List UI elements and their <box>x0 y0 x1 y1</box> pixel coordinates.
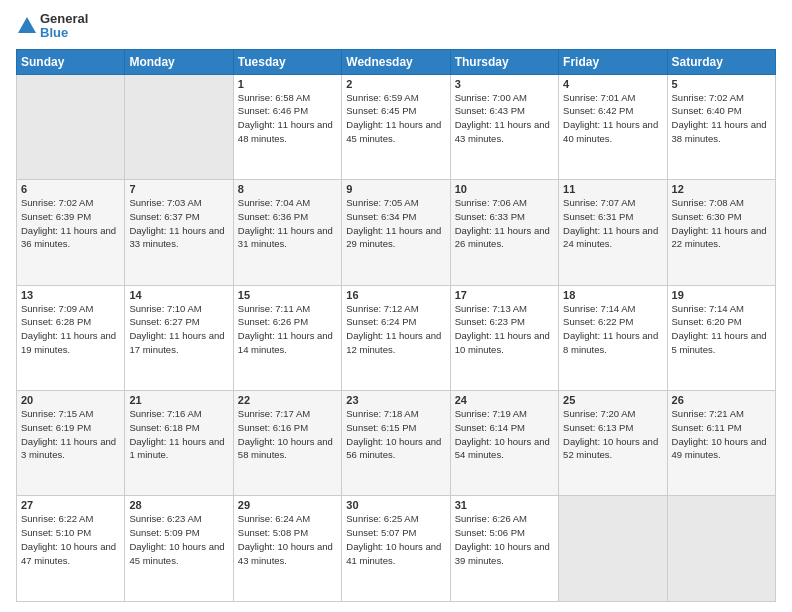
calendar-cell <box>667 496 775 602</box>
logo: General Blue <box>16 12 88 41</box>
calendar-cell <box>559 496 667 602</box>
calendar-header-friday: Friday <box>559 49 667 74</box>
calendar-week-row: 6 Sunrise: 7:02 AM Sunset: 6:39 PM Dayli… <box>17 180 776 285</box>
logo-container: General Blue <box>16 12 88 41</box>
daylight-text: Daylight: 10 hours and 39 minutes. <box>455 541 550 566</box>
day-info: Sunrise: 7:16 AM Sunset: 6:18 PM Dayligh… <box>129 407 228 462</box>
day-number: 27 <box>21 499 120 511</box>
daylight-text: Daylight: 11 hours and 43 minutes. <box>455 119 550 144</box>
calendar-cell: 2 Sunrise: 6:59 AM Sunset: 6:45 PM Dayli… <box>342 74 450 179</box>
sunrise-text: Sunrise: 7:18 AM <box>346 408 418 419</box>
calendar-cell: 17 Sunrise: 7:13 AM Sunset: 6:23 PM Dayl… <box>450 285 558 390</box>
calendar-cell: 12 Sunrise: 7:08 AM Sunset: 6:30 PM Dayl… <box>667 180 775 285</box>
sunrise-text: Sunrise: 7:04 AM <box>238 197 310 208</box>
sunset-text: Sunset: 6:40 PM <box>672 105 742 116</box>
sunset-text: Sunset: 6:18 PM <box>129 422 199 433</box>
calendar-cell: 9 Sunrise: 7:05 AM Sunset: 6:34 PM Dayli… <box>342 180 450 285</box>
day-number: 12 <box>672 183 771 195</box>
calendar-cell: 6 Sunrise: 7:02 AM Sunset: 6:39 PM Dayli… <box>17 180 125 285</box>
calendar-cell: 8 Sunrise: 7:04 AM Sunset: 6:36 PM Dayli… <box>233 180 341 285</box>
calendar-cell: 16 Sunrise: 7:12 AM Sunset: 6:24 PM Dayl… <box>342 285 450 390</box>
day-number: 23 <box>346 394 445 406</box>
day-number: 9 <box>346 183 445 195</box>
sunrise-text: Sunrise: 7:09 AM <box>21 303 93 314</box>
day-info: Sunrise: 7:12 AM Sunset: 6:24 PM Dayligh… <box>346 302 445 357</box>
sunrise-text: Sunrise: 7:19 AM <box>455 408 527 419</box>
calendar-cell: 22 Sunrise: 7:17 AM Sunset: 6:16 PM Dayl… <box>233 391 341 496</box>
sunrise-text: Sunrise: 6:24 AM <box>238 513 310 524</box>
sunset-text: Sunset: 5:06 PM <box>455 527 525 538</box>
calendar-cell: 28 Sunrise: 6:23 AM Sunset: 5:09 PM Dayl… <box>125 496 233 602</box>
sunrise-text: Sunrise: 7:14 AM <box>672 303 744 314</box>
day-number: 15 <box>238 289 337 301</box>
daylight-text: Daylight: 11 hours and 19 minutes. <box>21 330 116 355</box>
sunset-text: Sunset: 6:33 PM <box>455 211 525 222</box>
sunset-text: Sunset: 6:16 PM <box>238 422 308 433</box>
sunset-text: Sunset: 6:22 PM <box>563 316 633 327</box>
calendar-week-row: 20 Sunrise: 7:15 AM Sunset: 6:19 PM Dayl… <box>17 391 776 496</box>
sunset-text: Sunset: 6:24 PM <box>346 316 416 327</box>
sunset-text: Sunset: 6:11 PM <box>672 422 742 433</box>
day-info: Sunrise: 7:03 AM Sunset: 6:37 PM Dayligh… <box>129 196 228 251</box>
day-number: 21 <box>129 394 228 406</box>
day-number: 25 <box>563 394 662 406</box>
sunset-text: Sunset: 6:20 PM <box>672 316 742 327</box>
calendar-cell: 25 Sunrise: 7:20 AM Sunset: 6:13 PM Dayl… <box>559 391 667 496</box>
sunrise-text: Sunrise: 7:11 AM <box>238 303 310 314</box>
calendar-cell: 1 Sunrise: 6:58 AM Sunset: 6:46 PM Dayli… <box>233 74 341 179</box>
sunset-text: Sunset: 6:39 PM <box>21 211 91 222</box>
sunset-text: Sunset: 5:09 PM <box>129 527 199 538</box>
daylight-text: Daylight: 10 hours and 47 minutes. <box>21 541 116 566</box>
day-info: Sunrise: 6:23 AM Sunset: 5:09 PM Dayligh… <box>129 512 228 567</box>
day-info: Sunrise: 7:19 AM Sunset: 6:14 PM Dayligh… <box>455 407 554 462</box>
sunrise-text: Sunrise: 6:58 AM <box>238 92 310 103</box>
calendar-cell: 19 Sunrise: 7:14 AM Sunset: 6:20 PM Dayl… <box>667 285 775 390</box>
daylight-text: Daylight: 10 hours and 58 minutes. <box>238 436 333 461</box>
calendar-cell: 18 Sunrise: 7:14 AM Sunset: 6:22 PM Dayl… <box>559 285 667 390</box>
sunset-text: Sunset: 6:23 PM <box>455 316 525 327</box>
sunset-text: Sunset: 6:27 PM <box>129 316 199 327</box>
day-info: Sunrise: 7:21 AM Sunset: 6:11 PM Dayligh… <box>672 407 771 462</box>
daylight-text: Daylight: 10 hours and 54 minutes. <box>455 436 550 461</box>
sunrise-text: Sunrise: 7:08 AM <box>672 197 744 208</box>
calendar-cell: 27 Sunrise: 6:22 AM Sunset: 5:10 PM Dayl… <box>17 496 125 602</box>
sunset-text: Sunset: 6:34 PM <box>346 211 416 222</box>
sunrise-text: Sunrise: 7:01 AM <box>563 92 635 103</box>
day-number: 14 <box>129 289 228 301</box>
day-info: Sunrise: 7:01 AM Sunset: 6:42 PM Dayligh… <box>563 91 662 146</box>
day-info: Sunrise: 7:04 AM Sunset: 6:36 PM Dayligh… <box>238 196 337 251</box>
sunset-text: Sunset: 6:15 PM <box>346 422 416 433</box>
sunrise-text: Sunrise: 7:20 AM <box>563 408 635 419</box>
page-header: General Blue <box>16 12 776 41</box>
day-info: Sunrise: 7:09 AM Sunset: 6:28 PM Dayligh… <box>21 302 120 357</box>
sunset-text: Sunset: 6:36 PM <box>238 211 308 222</box>
day-info: Sunrise: 7:05 AM Sunset: 6:34 PM Dayligh… <box>346 196 445 251</box>
day-info: Sunrise: 7:11 AM Sunset: 6:26 PM Dayligh… <box>238 302 337 357</box>
day-number: 11 <box>563 183 662 195</box>
day-info: Sunrise: 7:02 AM Sunset: 6:39 PM Dayligh… <box>21 196 120 251</box>
day-number: 5 <box>672 78 771 90</box>
calendar-cell: 11 Sunrise: 7:07 AM Sunset: 6:31 PM Dayl… <box>559 180 667 285</box>
sunset-text: Sunset: 6:42 PM <box>563 105 633 116</box>
sunrise-text: Sunrise: 7:03 AM <box>129 197 201 208</box>
calendar-cell: 20 Sunrise: 7:15 AM Sunset: 6:19 PM Dayl… <box>17 391 125 496</box>
sunset-text: Sunset: 6:37 PM <box>129 211 199 222</box>
calendar-cell: 3 Sunrise: 7:00 AM Sunset: 6:43 PM Dayli… <box>450 74 558 179</box>
day-number: 4 <box>563 78 662 90</box>
logo-triangle-icon <box>16 15 38 37</box>
daylight-text: Daylight: 11 hours and 45 minutes. <box>346 119 441 144</box>
day-number: 3 <box>455 78 554 90</box>
daylight-text: Daylight: 11 hours and 10 minutes. <box>455 330 550 355</box>
sunset-text: Sunset: 6:46 PM <box>238 105 308 116</box>
sunrise-text: Sunrise: 7:00 AM <box>455 92 527 103</box>
sunrise-text: Sunrise: 7:07 AM <box>563 197 635 208</box>
sunrise-text: Sunrise: 7:17 AM <box>238 408 310 419</box>
sunrise-text: Sunrise: 6:26 AM <box>455 513 527 524</box>
calendar-header-thursday: Thursday <box>450 49 558 74</box>
day-number: 7 <box>129 183 228 195</box>
daylight-text: Daylight: 11 hours and 33 minutes. <box>129 225 224 250</box>
sunset-text: Sunset: 6:45 PM <box>346 105 416 116</box>
day-number: 30 <box>346 499 445 511</box>
day-info: Sunrise: 7:18 AM Sunset: 6:15 PM Dayligh… <box>346 407 445 462</box>
day-info: Sunrise: 7:20 AM Sunset: 6:13 PM Dayligh… <box>563 407 662 462</box>
